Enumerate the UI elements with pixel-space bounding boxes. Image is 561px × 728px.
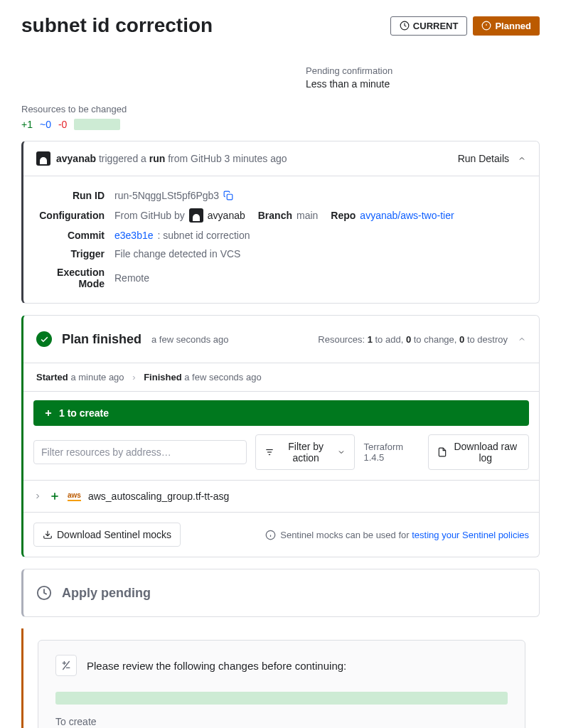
config-label: Configuration — [36, 210, 114, 221]
plan-title: Plan finished — [62, 332, 141, 347]
alert-circle-icon — [481, 21, 491, 31]
run-details-card: avyanab triggered a run from GitHub 3 mi… — [21, 141, 540, 304]
avatar — [189, 208, 203, 223]
terraform-version: Terraform 1.4.5 — [363, 441, 419, 463]
review-title: Please review the following changes befo… — [87, 660, 346, 672]
filter-icon — [265, 447, 274, 457]
run-trigger-summary: avyanab triggered a run from GitHub 3 mi… — [36, 151, 287, 166]
vcs-trigger-value: File change detected in VCS — [114, 248, 240, 259]
pending-label: Pending confirmation — [306, 65, 540, 76]
current-badge: CURRENT — [390, 16, 468, 36]
page-title: subnet id correction — [21, 14, 213, 37]
vcs-trigger-label: Trigger — [36, 248, 114, 259]
confirm-section: Please review the following changes befo… — [21, 628, 540, 728]
apply-title: Apply pending — [62, 586, 151, 601]
branch-label: Branch — [258, 210, 292, 221]
status-badges: CURRENT Planned — [390, 16, 540, 36]
copy-icon[interactable] — [223, 191, 233, 200]
resources-summary-label: Resources to be changed — [21, 104, 540, 114]
review-box: Please review the following changes befo… — [38, 640, 525, 728]
config-user: avyanab — [208, 210, 245, 221]
filter-by-action-button[interactable]: Filter by action — [255, 434, 355, 470]
create-bar-label: 1 to create — [59, 407, 109, 419]
chevron-up-icon[interactable] — [518, 335, 526, 343]
trigger-user: avyanab — [56, 153, 96, 164]
plan-timeline: Started a minute ago › Finished a few se… — [23, 363, 539, 392]
plan-resources-summary: Resources: 1 to add, 0 to change, 0 to d… — [318, 334, 526, 345]
pending-time: Less than a minute — [306, 78, 540, 90]
clock-icon — [36, 585, 52, 601]
repo-link[interactable]: avyanab/aws-two-tier — [360, 210, 454, 221]
avatar — [36, 151, 50, 166]
current-badge-label: CURRENT — [413, 21, 459, 31]
pending-info: Pending confirmation Less than a minute — [306, 65, 540, 90]
count-add: +1 — [21, 119, 33, 130]
planned-badge: Planned — [473, 16, 540, 36]
sentinel-info: Sentinel mocks can be used for testing y… — [265, 530, 529, 540]
planned-badge-label: Planned — [495, 21, 531, 31]
config-from: From GitHub by — [114, 210, 185, 221]
commit-message: : subnet id correction — [158, 230, 250, 241]
commit-hash-link[interactable]: e3e3b1e — [114, 230, 154, 241]
resource-row[interactable]: aws aws_autoscaling_group.tf-tt-asg — [23, 481, 539, 513]
download-sentinel-mocks-button[interactable]: Download Sentinel mocks — [33, 523, 181, 547]
download-icon — [43, 530, 53, 540]
plus-minus-icon — [55, 655, 77, 676]
plus-icon — [49, 491, 60, 502]
summary-bar — [74, 119, 120, 130]
svg-rect-4 — [227, 194, 233, 200]
exec-mode-value: Remote — [114, 272, 149, 284]
repo-label: Repo — [331, 210, 356, 221]
count-change: ~0 — [40, 119, 51, 130]
sentinel-docs-link[interactable]: testing your Sentinel policies — [412, 530, 529, 540]
exec-mode-label: Execution Mode — [36, 267, 114, 289]
run-id-value: run-5NqggLSt5pf6Pgb3 — [114, 190, 219, 201]
chevron-up-icon — [518, 154, 526, 163]
resource-name: aws_autoscaling_group.tf-tt-asg — [88, 491, 229, 502]
run-details-toggle[interactable]: Run Details — [458, 153, 526, 164]
chevron-down-icon — [337, 448, 346, 456]
commit-label: Commit — [36, 230, 114, 241]
to-create-label: To create — [55, 716, 508, 727]
branch-value: main — [296, 210, 318, 221]
run-id-label: Run ID — [36, 190, 114, 201]
apply-card: Apply pending — [21, 569, 540, 617]
review-progress-bar — [55, 692, 508, 705]
check-circle-icon — [36, 331, 52, 347]
download-log-button[interactable]: Download raw log — [428, 434, 529, 470]
run-details-label: Run Details — [458, 153, 509, 164]
plan-time: a few seconds ago — [151, 334, 228, 345]
chevron-right-icon — [33, 492, 42, 500]
filter-input[interactable] — [33, 440, 247, 464]
count-destroy: -0 — [58, 119, 67, 130]
info-icon — [265, 530, 276, 540]
file-icon — [437, 447, 447, 457]
provider-badge: aws — [68, 491, 81, 501]
resources-summary: Resources to be changed +1 ~0 -0 — [21, 104, 540, 130]
plus-icon — [43, 408, 53, 418]
plan-card: Plan finished a few seconds ago Resource… — [21, 315, 540, 557]
create-summary-bar[interactable]: 1 to create — [33, 400, 529, 426]
clock-icon — [400, 21, 410, 31]
